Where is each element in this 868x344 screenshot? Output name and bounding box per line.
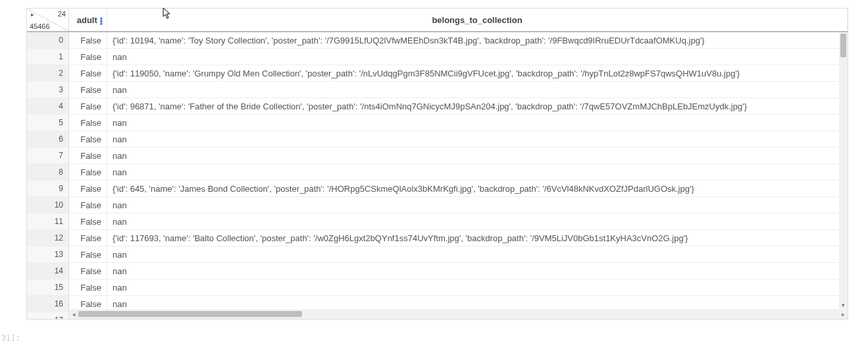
row-index-cell[interactable]: 0 — [27, 32, 69, 49]
chevron-right-icon[interactable]: ▸ — [838, 309, 848, 319]
chevron-left-icon[interactable]: ◂ — [69, 309, 78, 319]
table-body: 0False{'id': 10194, 'name': 'Toy Story C… — [27, 32, 848, 319]
row-index-cell[interactable]: 5 — [27, 115, 69, 131]
cell-adult[interactable]: False — [69, 197, 107, 214]
vertical-scrollbar[interactable]: ▾ — [839, 32, 848, 309]
cell-belongs-to-collection[interactable]: {'id': 645, 'name': 'James Bond Collecti… — [107, 181, 848, 197]
row-index-cell[interactable]: 13 — [27, 246, 69, 263]
column-menu-icon[interactable]: ••• — [100, 16, 103, 24]
row-count: 45466 — [30, 22, 50, 30]
table-row[interactable]: 1Falsenan — [27, 49, 848, 65]
table-row[interactable]: 5Falsenan — [27, 115, 848, 131]
vertical-scroll-thumb[interactable] — [840, 34, 846, 57]
table-row[interactable]: 11Falsenan — [27, 214, 848, 230]
cell-adult[interactable]: False — [69, 49, 107, 65]
cell-belongs-to-collection[interactable]: nan — [107, 82, 848, 98]
table-row[interactable]: 15Falsenan — [27, 279, 848, 296]
column-header-adult[interactable]: adult ••• — [69, 9, 107, 31]
table-row[interactable]: 4False{'id': 96871, 'name': 'Father of t… — [27, 98, 848, 115]
table-row[interactable]: 7Falsenan — [27, 148, 848, 164]
chevron-down-icon[interactable]: ▾ — [839, 301, 848, 310]
cell-adult[interactable]: False — [69, 115, 107, 131]
table-row[interactable]: 2False{'id': 119050, 'name': 'Grumpy Old… — [27, 65, 848, 82]
column-header-belongs-to-collection[interactable]: belongs_to_collection — [107, 9, 848, 31]
cell-belongs-to-collection[interactable]: nan — [107, 246, 848, 263]
row-index-cell[interactable]: 8 — [27, 164, 69, 181]
cell-belongs-to-collection[interactable]: nan — [107, 49, 848, 65]
table-row[interactable]: 0False{'id': 10194, 'name': 'Toy Story C… — [27, 32, 848, 49]
cell-adult[interactable]: False — [69, 32, 107, 49]
cell-belongs-to-collection[interactable]: nan — [107, 197, 848, 214]
cursor-icon — [163, 7, 172, 22]
cell-belongs-to-collection[interactable]: nan — [107, 214, 848, 230]
row-index-cell[interactable]: 3 — [27, 82, 69, 98]
cell-belongs-to-collection[interactable]: nan — [107, 148, 848, 164]
cell-adult[interactable]: False — [69, 214, 107, 230]
row-index-cell[interactable]: 6 — [27, 131, 69, 148]
cell-belongs-to-collection[interactable]: nan — [107, 131, 848, 148]
cell-adult[interactable]: False — [69, 164, 107, 181]
row-index-cell[interactable]: 9 — [27, 181, 69, 197]
row-index-cell[interactable]: 17 — [27, 312, 69, 319]
expand-icon[interactable]: ▸ — [31, 11, 34, 18]
table-header-row: ▸ 24 45466 adult ••• belongs_to_collecti… — [27, 9, 848, 32]
row-index-cell[interactable]: 15 — [27, 279, 69, 296]
row-index-cell[interactable]: 12 — [27, 230, 69, 246]
column-count: 24 — [58, 10, 66, 18]
cell-adult[interactable]: False — [69, 246, 107, 263]
row-index-cell[interactable]: 14 — [27, 263, 69, 279]
cell-belongs-to-collection[interactable]: nan — [107, 279, 848, 296]
cell-belongs-to-collection[interactable]: {'id': 10194, 'name': 'Toy Story Collect… — [107, 32, 848, 49]
table-row[interactable]: 6Falsenan — [27, 131, 848, 148]
cell-belongs-to-collection[interactable]: {'id': 96871, 'name': 'Father of the Bri… — [107, 98, 848, 115]
table-row[interactable]: 14Falsenan — [27, 263, 848, 279]
row-index-cell[interactable]: 11 — [27, 214, 69, 230]
row-index-cell[interactable]: 16 — [27, 296, 69, 312]
column-header-label: adult — [77, 15, 97, 25]
row-index-cell[interactable]: 4 — [27, 98, 69, 115]
cell-adult[interactable]: False — [69, 65, 107, 82]
cell-adult[interactable]: False — [69, 82, 107, 98]
column-header-label: belongs_to_collection — [432, 15, 522, 25]
row-index-cell[interactable]: 2 — [27, 65, 69, 82]
table-row[interactable]: 12False{'id': 117693, 'name': 'Balto Col… — [27, 230, 848, 246]
row-index-cell[interactable]: 10 — [27, 197, 69, 214]
table-row[interactable]: 13Falsenan — [27, 246, 848, 263]
cell-belongs-to-collection[interactable]: {'id': 119050, 'name': 'Grumpy Old Men C… — [107, 65, 848, 82]
cell-adult[interactable]: False — [69, 263, 107, 279]
cell-adult[interactable]: False — [69, 98, 107, 115]
cell-adult[interactable]: False — [69, 279, 107, 296]
cell-adult[interactable]: False — [69, 181, 107, 197]
dataframe-viewer: ▸ 24 45466 adult ••• belongs_to_collecti… — [26, 8, 848, 320]
horizontal-scrollbar[interactable]: ◂ ▸ — [69, 309, 848, 319]
row-index-cell[interactable]: 1 — [27, 49, 69, 65]
table-row[interactable]: 3Falsenan — [27, 82, 848, 98]
horizontal-scroll-thumb[interactable] — [78, 311, 302, 317]
cell-adult[interactable]: False — [69, 131, 107, 148]
cell-adult[interactable]: False — [69, 230, 107, 246]
table-row[interactable]: 8Falsenan — [27, 164, 848, 181]
cell-belongs-to-collection[interactable]: {'id': 117693, 'name': 'Balto Collection… — [107, 230, 848, 246]
cell-belongs-to-collection[interactable]: nan — [107, 263, 848, 279]
table-row[interactable]: 9False{'id': 645, 'name': 'James Bond Co… — [27, 181, 848, 197]
table-row[interactable]: 10Falsenan — [27, 197, 848, 214]
row-index-cell[interactable]: 7 — [27, 148, 69, 164]
cell-belongs-to-collection[interactable]: nan — [107, 115, 848, 131]
cell-adult[interactable]: False — [69, 148, 107, 164]
cell-belongs-to-collection[interactable]: nan — [107, 164, 848, 181]
corner-cell[interactable]: ▸ 24 45466 — [27, 9, 69, 31]
